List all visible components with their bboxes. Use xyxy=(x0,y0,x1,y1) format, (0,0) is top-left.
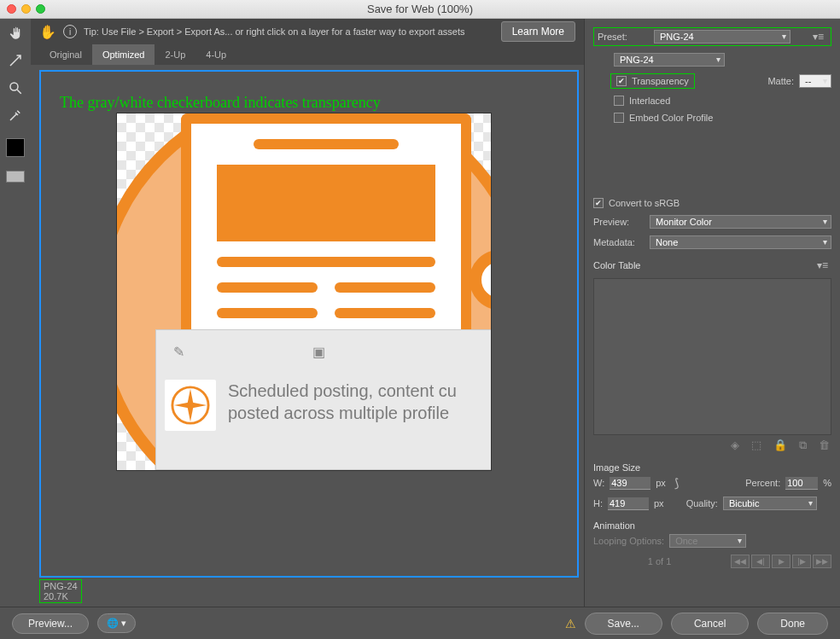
info-format: PNG-24 xyxy=(44,581,78,591)
image-icon: ▣ xyxy=(312,344,325,360)
maximize-icon[interactable] xyxy=(36,4,45,14)
preset-select[interactable]: PNG-24 xyxy=(654,30,790,44)
embed-profile-checkbox[interactable] xyxy=(614,113,624,123)
minimize-icon[interactable] xyxy=(21,4,31,14)
hand-icon: ✋ xyxy=(39,24,56,40)
color-table xyxy=(593,278,831,435)
anim-prev-icon: ◀| xyxy=(751,555,770,568)
cancel-button[interactable]: Cancel xyxy=(671,613,749,635)
window-title: Save for Web (100%) xyxy=(0,3,840,15)
interlaced-checkbox[interactable] xyxy=(614,96,624,106)
anim-next-icon: |▶ xyxy=(792,555,811,568)
link-dimensions-icon[interactable]: ⟆ xyxy=(671,476,682,490)
settings-panel: Preset: PNG-24 ▾≡ PNG-24 Transparency Ma… xyxy=(584,19,840,639)
tool-strip xyxy=(0,19,31,639)
quality-select[interactable]: Bicubic xyxy=(723,497,817,510)
frame-indicator: 1 of 1 xyxy=(593,556,726,566)
tip-bar: ✋ i Tip: Use File > Export > Export As..… xyxy=(31,19,584,44)
hand-tool-icon[interactable] xyxy=(6,24,25,43)
ct-trash-icon[interactable]: 🗑 xyxy=(819,439,830,452)
matte-label: Matte: xyxy=(767,76,794,86)
pencil-icon: ✎ xyxy=(173,344,184,360)
transparency-label: Transparency xyxy=(632,76,689,86)
height-label: H: xyxy=(593,498,603,508)
percent-label: Percent: xyxy=(745,478,780,488)
zoom-tool-icon[interactable] xyxy=(6,78,25,97)
convert-srgb-label: Convert to sRGB xyxy=(609,198,680,208)
tip-text: Tip: Use File > Export > Export As... or… xyxy=(84,26,465,37)
interlaced-label: Interlaced xyxy=(629,96,670,106)
save-button[interactable]: Save... xyxy=(585,613,662,635)
artwork-preview: ✎ ▣ Scheduled posting, content cu posted… xyxy=(116,113,492,471)
width-input[interactable] xyxy=(610,477,650,490)
tab-2up[interactable]: 2-Up xyxy=(155,44,195,65)
format-select[interactable]: PNG-24 xyxy=(614,53,725,67)
transparency-checkbox[interactable] xyxy=(616,76,627,86)
convert-srgb-checkbox[interactable] xyxy=(593,198,604,208)
loop-select: Once xyxy=(669,534,746,548)
eyedropper-color-swatch[interactable] xyxy=(6,138,25,157)
preview-canvas[interactable]: The gray/white checkerboard indicates tr… xyxy=(39,70,579,578)
quality-label: Quality: xyxy=(686,498,718,508)
tab-original[interactable]: Original xyxy=(39,44,92,65)
footer: Preview... 🌐 ▾ ⚠ Save... Cancel Done xyxy=(0,607,840,639)
matte-select[interactable]: -- xyxy=(799,74,831,88)
anim-last-icon: ▶▶ xyxy=(813,555,831,568)
percent-input[interactable] xyxy=(785,477,818,490)
eyedropper-tool-icon[interactable] xyxy=(6,106,25,125)
toggle-slices-icon[interactable] xyxy=(6,171,25,183)
embed-profile-label: Embed Color Profile xyxy=(629,113,713,123)
percent-unit: % xyxy=(823,478,831,488)
color-table-menu-icon[interactable]: ▾≡ xyxy=(814,259,831,271)
window-controls xyxy=(7,4,45,14)
anim-play-icon: ▶ xyxy=(772,555,790,568)
ct-new-icon[interactable]: ⧉ xyxy=(799,439,807,452)
px-label-h: px xyxy=(654,498,664,508)
metadata-select[interactable]: None xyxy=(650,235,831,249)
ct-cube-icon[interactable]: ⬚ xyxy=(751,439,761,452)
compass-icon xyxy=(165,380,216,431)
ct-lock-icon[interactable]: 🔒 xyxy=(773,439,787,452)
height-input[interactable] xyxy=(608,497,649,510)
color-table-title: Color Table xyxy=(593,260,640,270)
ct-snap-icon[interactable]: ◈ xyxy=(731,439,739,452)
learn-more-button[interactable]: Learn More xyxy=(501,21,575,42)
preview-label: Preview: xyxy=(593,217,645,227)
preview-profile-select[interactable]: Monitor Color xyxy=(650,215,831,229)
image-size-title: Image Size xyxy=(593,462,831,473)
info-icon: i xyxy=(63,25,77,38)
transparency-annotation: The gray/white checkerboard indicates tr… xyxy=(60,94,381,112)
preview-button[interactable]: Preview... xyxy=(12,613,89,634)
animation-controls: ◀◀ ◀| ▶ |▶ ▶▶ xyxy=(731,555,831,568)
metadata-label: Metadata: xyxy=(593,237,645,247)
callout-text: Scheduled posting, content cu posted acr… xyxy=(228,380,457,424)
close-icon[interactable] xyxy=(7,4,16,14)
tab-4up[interactable]: 4-Up xyxy=(195,44,236,65)
tab-optimized[interactable]: Optimized xyxy=(92,44,155,65)
view-tabs: Original Optimized 2-Up 4-Up xyxy=(31,44,584,65)
slice-select-tool-icon[interactable] xyxy=(6,51,25,70)
svg-point-0 xyxy=(10,83,18,90)
px-label-w: px xyxy=(656,478,666,488)
anim-first-icon: ◀◀ xyxy=(731,555,750,568)
titlebar: Save for Web (100%) xyxy=(0,0,840,19)
svg-marker-3 xyxy=(174,402,207,409)
loop-label: Looping Options: xyxy=(593,536,664,546)
browser-preview-menu[interactable]: 🌐 ▾ xyxy=(97,613,136,633)
preset-menu-icon[interactable]: ▾≡ xyxy=(809,31,827,43)
animation-title: Animation xyxy=(593,520,831,531)
info-size: 20.7K xyxy=(44,591,68,601)
done-button[interactable]: Done xyxy=(757,613,828,635)
width-label: W: xyxy=(593,478,604,488)
warning-icon[interactable]: ⚠ xyxy=(565,617,576,630)
preset-label: Preset: xyxy=(598,32,649,42)
